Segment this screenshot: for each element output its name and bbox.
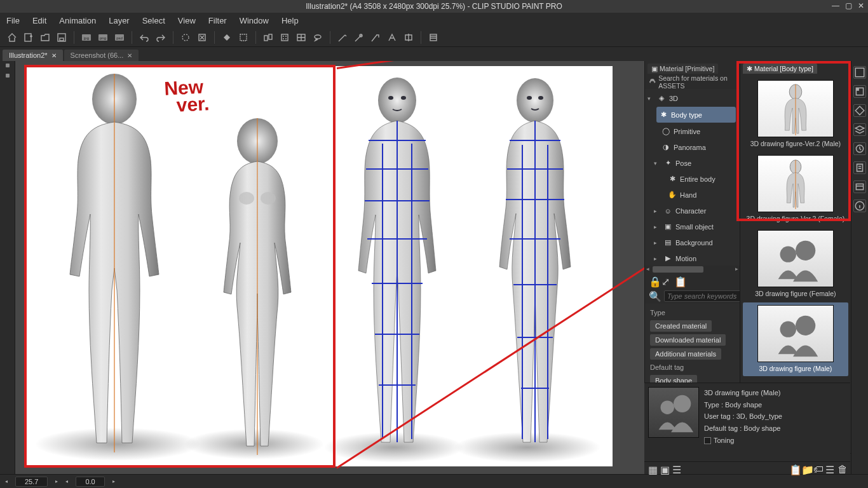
export-png-icon[interactable]: png bbox=[96, 30, 110, 44]
tree-body-type[interactable]: ✱Body type bbox=[656, 107, 736, 123]
tab-close-icon[interactable]: ✕ bbox=[127, 52, 132, 59]
tree-character[interactable]: ▸☺Character bbox=[645, 203, 740, 219]
assets-search-row[interactable]: Search for materials on ASSETS bbox=[645, 75, 740, 89]
toolbar: jpg png psd bbox=[0, 28, 868, 47]
autoaction-icon[interactable] bbox=[853, 161, 866, 174]
menu-help[interactable]: Help bbox=[281, 16, 299, 25]
tree-panorama[interactable]: ◑Panorama bbox=[645, 139, 740, 155]
tab-close-icon[interactable]: ✕ bbox=[51, 52, 57, 59]
chip-downloaded[interactable]: Downloaded material bbox=[650, 334, 726, 346]
chip-created[interactable]: Created material bbox=[650, 320, 712, 332]
selection-icon[interactable] bbox=[236, 30, 250, 44]
svg-text:jpg: jpg bbox=[83, 36, 89, 40]
balloon-icon[interactable] bbox=[311, 30, 325, 44]
minimize-icon[interactable]: — bbox=[831, 1, 840, 10]
grid-small-icon[interactable]: ▦ bbox=[648, 464, 657, 473]
clear-icon[interactable] bbox=[195, 30, 209, 44]
menu-view[interactable]: View bbox=[178, 16, 196, 25]
expand-icon[interactable]: ⤢ bbox=[661, 276, 672, 286]
symmetry-icon[interactable] bbox=[402, 30, 416, 44]
quickaccess-icon[interactable] bbox=[853, 66, 866, 79]
tree-pose[interactable]: ▾✦Pose bbox=[645, 155, 740, 171]
open-icon[interactable] bbox=[38, 30, 52, 44]
scroll-left-icon[interactable]: ◂ bbox=[646, 266, 649, 272]
material-tab-primitive[interactable]: ▣ Material [Primitive] bbox=[648, 64, 718, 74]
tree-3d[interactable]: ▾◈3D bbox=[645, 90, 740, 106]
zoom-value[interactable]: 25.7 bbox=[15, 477, 48, 487]
tree-primitive[interactable]: ◯Primitive bbox=[645, 123, 740, 139]
rotate-ccw-icon[interactable]: ◂ bbox=[65, 478, 68, 484]
tree-small-object[interactable]: ▸▣Small object bbox=[645, 219, 740, 234]
paste-icon[interactable]: 📋 bbox=[789, 464, 798, 473]
menu-window[interactable]: Window bbox=[240, 16, 269, 25]
material-female-v2[interactable]: 3D drawing figure-Ver.2 (Female) bbox=[743, 152, 848, 226]
snap-grid-icon[interactable] bbox=[369, 30, 383, 44]
menu-select[interactable]: Select bbox=[142, 16, 165, 25]
delete-icon[interactable]: 🗑 bbox=[837, 464, 846, 473]
loading-icon[interactable] bbox=[179, 30, 193, 44]
tree-entire-body[interactable]: ✱Entire body bbox=[645, 171, 740, 187]
tree-hand[interactable]: ✋Hand bbox=[645, 187, 740, 203]
canvas[interactable] bbox=[25, 66, 613, 466]
layer-icon[interactable] bbox=[853, 123, 866, 136]
tag-icon[interactable]: 🏷 bbox=[813, 464, 822, 473]
menu-edit[interactable]: Edit bbox=[32, 16, 46, 25]
extract-line-icon[interactable] bbox=[261, 30, 275, 44]
lock-icon[interactable]: 🔒 bbox=[649, 276, 659, 286]
snap-ruler-icon[interactable] bbox=[336, 30, 349, 44]
material-male-v2[interactable]: 3D drawing figure-Ver.2 (Male) bbox=[743, 78, 848, 151]
menu-file[interactable]: File bbox=[6, 16, 20, 25]
chip-additional[interactable]: Additional materials bbox=[650, 348, 721, 360]
undo-icon[interactable] bbox=[137, 30, 151, 44]
scroll-right-icon[interactable]: ▸ bbox=[735, 266, 738, 272]
grid-large-icon[interactable]: ▣ bbox=[660, 464, 669, 473]
maximize-icon[interactable]: ▢ bbox=[844, 1, 853, 10]
save-icon[interactable] bbox=[55, 30, 69, 44]
frame-icon[interactable] bbox=[294, 30, 308, 44]
left-toolstrip bbox=[0, 61, 15, 474]
folder-icon[interactable]: 📁 bbox=[801, 464, 810, 473]
doctab-screenshot[interactable]: Screenshot (66... ✕ bbox=[64, 50, 139, 61]
tool-dot-1[interactable] bbox=[6, 64, 10, 67]
zoom-out-icon[interactable]: ◂ bbox=[5, 478, 8, 484]
redo-icon[interactable] bbox=[154, 30, 168, 44]
close-icon[interactable]: ✕ bbox=[857, 1, 865, 10]
material-tab-body-type[interactable]: ✱ Material [Body type] bbox=[743, 64, 817, 74]
chevron-right-icon: ▸ bbox=[654, 240, 660, 246]
snap-special-icon[interactable] bbox=[352, 30, 366, 44]
navigator-icon[interactable] bbox=[853, 104, 866, 117]
menu-layer[interactable]: Layer bbox=[109, 16, 130, 25]
tree-scrollbar-h[interactable]: ◂▸ bbox=[645, 266, 740, 273]
paste-icon[interactable]: 📋 bbox=[674, 276, 684, 286]
canvas-area[interactable]: New ver. bbox=[15, 61, 644, 474]
material-female-old[interactable]: 3D drawing figure (Female) bbox=[743, 227, 848, 301]
subview-icon[interactable] bbox=[853, 85, 866, 98]
itembank-icon[interactable] bbox=[853, 180, 866, 193]
tree-background[interactable]: ▸▤Background bbox=[645, 234, 740, 250]
export-jpg-icon[interactable]: jpg bbox=[79, 30, 93, 44]
doctab-illustration2[interactable]: Illustration2* ✕ bbox=[3, 50, 63, 61]
tool-dot-2[interactable] bbox=[6, 74, 10, 78]
details-defaulttag: Default tag : Body shape bbox=[704, 423, 846, 435]
export-psd-icon[interactable]: psd bbox=[112, 30, 126, 44]
menu-filter[interactable]: Filter bbox=[208, 16, 227, 25]
props-icon[interactable]: ☰ bbox=[825, 464, 834, 473]
doctab-label: Illustration2* bbox=[9, 51, 48, 59]
tree-motion[interactable]: ▸▶Motion bbox=[645, 250, 740, 266]
toning-checkbox[interactable] bbox=[704, 437, 711, 444]
list-icon[interactable]: ☰ bbox=[672, 464, 681, 473]
home-icon[interactable] bbox=[5, 30, 19, 44]
new-canvas-icon[interactable] bbox=[22, 30, 36, 44]
info-icon[interactable] bbox=[853, 200, 866, 212]
assist-icon[interactable] bbox=[426, 30, 440, 44]
tone-icon[interactable] bbox=[278, 30, 292, 44]
material-male-old[interactable]: 3D drawing figure (Male) bbox=[743, 302, 848, 376]
menu-animation[interactable]: Animation bbox=[59, 16, 96, 25]
zoom-in-icon[interactable]: ▸ bbox=[55, 478, 58, 484]
svg-point-49 bbox=[674, 395, 691, 412]
rotation-value[interactable]: 0.0 bbox=[76, 477, 104, 487]
perspective-icon[interactable] bbox=[385, 30, 399, 44]
rotate-cw-icon[interactable]: ▸ bbox=[112, 478, 115, 484]
history-icon[interactable] bbox=[853, 142, 866, 155]
fill-icon[interactable] bbox=[220, 30, 234, 44]
